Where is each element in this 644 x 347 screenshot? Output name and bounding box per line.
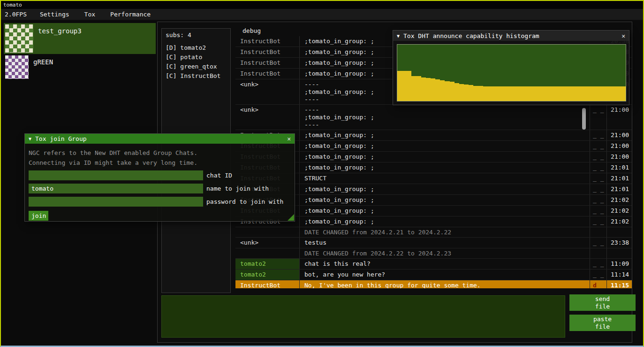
histogram-bar bbox=[564, 86, 568, 101]
message-flags: _ _ bbox=[590, 195, 606, 205]
histogram-bar bbox=[535, 86, 540, 101]
message-timestamp: 11:09 bbox=[606, 259, 632, 269]
histogram-bar bbox=[578, 86, 583, 101]
message-timestamp: 21:02 bbox=[606, 216, 632, 227]
histogram-bar bbox=[488, 86, 492, 101]
date-separator-row[interactable]: DATE CHANGED from 2024.2.22 to 2024.2.23 bbox=[235, 248, 632, 259]
histogram-bar bbox=[431, 78, 435, 101]
paste-file-button[interactable]: paste file bbox=[569, 315, 636, 331]
close-icon[interactable]: ✕ bbox=[621, 32, 625, 39]
message-text: STRUCT bbox=[300, 173, 590, 184]
menu-item-tox[interactable]: Tox bbox=[77, 11, 103, 18]
message-author: <unk> bbox=[235, 105, 300, 130]
message-author: tomato2 bbox=[235, 270, 300, 280]
join-info-line1: NGC refers to the New DHT enabled Group … bbox=[29, 148, 291, 157]
message-timestamp: 11:15 bbox=[606, 280, 632, 288]
join-group-window-title: Tox join Group bbox=[35, 135, 87, 142]
message-flags: _ _ bbox=[590, 152, 606, 162]
message-text: DATE CHANGED from 2024.2.21 to 2024.2.22 bbox=[300, 227, 590, 237]
message-timestamp bbox=[606, 227, 632, 237]
histogram-bar bbox=[402, 71, 407, 101]
dht-histogram-window-titlebar[interactable]: ▼ Tox DHT announce capability histogram … bbox=[393, 31, 629, 41]
window-title: tomato bbox=[3, 2, 22, 8]
group-list-item-green[interactable]: gREEN bbox=[4, 54, 156, 81]
histogram-bar bbox=[507, 86, 511, 101]
message-flags bbox=[590, 248, 606, 258]
message-flags bbox=[590, 227, 606, 237]
dht-histogram-window-title: Tox DHT announce capability histogram bbox=[403, 32, 539, 39]
histogram-bar bbox=[621, 86, 626, 101]
message-text: ;tomato_in_group: ; bbox=[300, 130, 590, 140]
message-timestamp: 21:00 bbox=[606, 105, 632, 130]
message-author: InstructBot bbox=[235, 69, 300, 79]
histogram-bar bbox=[411, 76, 416, 101]
message-text: ;tomato_in_group: ; bbox=[300, 141, 590, 151]
message-row[interactable]: InstructBotNo, I've been in this group f… bbox=[235, 280, 632, 288]
message-row[interactable]: tomato2bot, are you new here?_ _11:14 bbox=[235, 270, 632, 280]
group-list-item-test_group3[interactable]: test_group3 bbox=[4, 23, 156, 54]
close-icon[interactable]: ✕ bbox=[287, 135, 291, 142]
histogram-bar bbox=[606, 86, 611, 101]
date-separator-row[interactable]: DATE CHANGED from 2024.2.21 to 2024.2.22 bbox=[235, 227, 632, 238]
histogram-bar bbox=[588, 86, 592, 101]
join-name-input[interactable] bbox=[29, 184, 203, 193]
subs-list-item[interactable]: [C] InstructBot bbox=[166, 71, 230, 81]
message-author: InstructBot bbox=[235, 36, 300, 46]
subs-list-item[interactable]: [C] green_qtox bbox=[166, 62, 230, 71]
app-window: tomato 2.0FPS Settings Tox Performance t… bbox=[0, 0, 644, 347]
message-flags: _ _ bbox=[590, 216, 606, 227]
histogram-bar bbox=[568, 86, 573, 101]
message-flags: _ _ bbox=[590, 206, 606, 216]
histogram-bar bbox=[397, 71, 402, 101]
window-titlebar: tomato bbox=[1, 1, 643, 9]
message-flags: _ _ bbox=[590, 162, 606, 173]
histogram-bar bbox=[592, 86, 597, 101]
message-author: InstructBot bbox=[235, 47, 300, 57]
histogram-bar bbox=[473, 86, 478, 101]
resize-grip[interactable] bbox=[288, 214, 294, 221]
message-timestamp: 21:02 bbox=[606, 206, 632, 216]
join-button[interactable]: join bbox=[29, 211, 48, 221]
histogram-bar bbox=[478, 86, 483, 101]
message-text: testus bbox=[300, 238, 590, 248]
message-input[interactable] bbox=[161, 295, 565, 338]
histogram-bar bbox=[483, 86, 488, 101]
join-password-input[interactable] bbox=[29, 197, 203, 207]
histogram-bar bbox=[459, 84, 464, 101]
chat-id-field-row: chat ID bbox=[29, 170, 291, 180]
tab-debug[interactable]: debug bbox=[236, 25, 267, 36]
histogram-bar bbox=[554, 86, 559, 101]
message-flags: _ _ bbox=[590, 238, 606, 248]
join-password-field-row: password to join with bbox=[29, 197, 291, 207]
menu-item-performance[interactable]: Performance bbox=[103, 11, 158, 18]
chat-id-input[interactable] bbox=[29, 170, 203, 180]
histogram-bar bbox=[559, 86, 564, 101]
histogram-bar bbox=[455, 83, 459, 101]
message-flags: _ _ bbox=[590, 270, 606, 280]
message-timestamp: 11:14 bbox=[606, 270, 632, 280]
message-text: ;tomato_in_group: ; bbox=[300, 184, 590, 194]
subs-header: subs: 4 bbox=[166, 31, 230, 39]
histogram-bar bbox=[526, 86, 530, 101]
histogram-bar bbox=[469, 85, 473, 101]
histogram-bar bbox=[421, 77, 426, 101]
message-text: chat is this real? bbox=[300, 259, 590, 269]
message-row[interactable]: tomato2chat is this real?_ _11:09 bbox=[235, 259, 632, 270]
collapse-arrow-icon[interactable]: ▼ bbox=[397, 33, 400, 39]
histogram-bar bbox=[611, 86, 616, 101]
histogram-bar bbox=[502, 86, 507, 101]
join-group-window-body: NGC refers to the New DHT enabled Group … bbox=[25, 144, 295, 224]
join-group-window-titlebar[interactable]: ▼ Tox join Group ✕ bbox=[25, 134, 295, 144]
histogram-bar bbox=[426, 78, 431, 101]
subs-list-item[interactable]: [C] potato bbox=[166, 53, 230, 62]
message-author: <unk> bbox=[235, 79, 300, 104]
chat-scrollbar[interactable] bbox=[582, 108, 586, 130]
histogram-bar bbox=[550, 86, 554, 101]
message-row[interactable]: <unk>---- ;tomato_in_group: ; ----_ _21:… bbox=[235, 105, 632, 130]
message-timestamp bbox=[606, 248, 632, 258]
subs-list-item[interactable]: [D] tomato2 bbox=[166, 43, 230, 53]
menu-item-settings[interactable]: Settings bbox=[32, 11, 77, 18]
message-row[interactable]: <unk>testus_ _23:38 bbox=[235, 238, 632, 248]
collapse-arrow-icon[interactable]: ▼ bbox=[29, 136, 31, 141]
send-file-button[interactable]: send file bbox=[569, 294, 636, 311]
